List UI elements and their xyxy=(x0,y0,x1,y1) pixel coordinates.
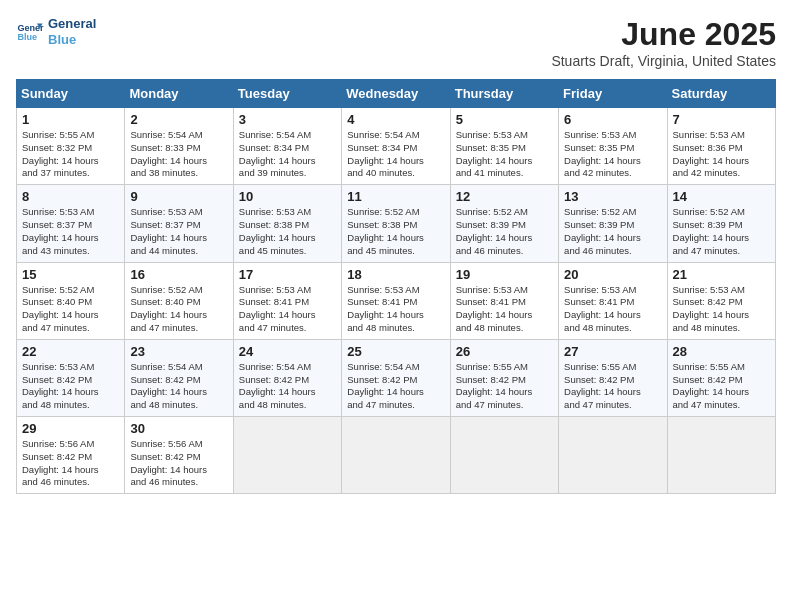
day-number: 14 xyxy=(673,189,770,204)
day-number: 20 xyxy=(564,267,661,282)
calendar-cell: 9Sunrise: 5:53 AM Sunset: 8:37 PM Daylig… xyxy=(125,185,233,262)
weekday-header-wednesday: Wednesday xyxy=(342,80,450,108)
calendar-cell: 22Sunrise: 5:53 AM Sunset: 8:42 PM Dayli… xyxy=(17,339,125,416)
calendar-cell: 29Sunrise: 5:56 AM Sunset: 8:42 PM Dayli… xyxy=(17,417,125,494)
day-number: 13 xyxy=(564,189,661,204)
day-number: 15 xyxy=(22,267,119,282)
day-number: 2 xyxy=(130,112,227,127)
day-number: 26 xyxy=(456,344,553,359)
logo-icon: General Blue xyxy=(16,18,44,46)
day-number: 10 xyxy=(239,189,336,204)
day-number: 6 xyxy=(564,112,661,127)
day-number: 12 xyxy=(456,189,553,204)
svg-text:Blue: Blue xyxy=(17,32,37,42)
day-number: 18 xyxy=(347,267,444,282)
calendar-cell xyxy=(559,417,667,494)
weekday-header-row: SundayMondayTuesdayWednesdayThursdayFrid… xyxy=(17,80,776,108)
cell-info: Sunrise: 5:53 AM Sunset: 8:35 PM Dayligh… xyxy=(456,129,553,180)
day-number: 22 xyxy=(22,344,119,359)
day-number: 23 xyxy=(130,344,227,359)
calendar-cell: 8Sunrise: 5:53 AM Sunset: 8:37 PM Daylig… xyxy=(17,185,125,262)
cell-info: Sunrise: 5:53 AM Sunset: 8:41 PM Dayligh… xyxy=(347,284,444,335)
calendar-cell: 12Sunrise: 5:52 AM Sunset: 8:39 PM Dayli… xyxy=(450,185,558,262)
weekday-header-saturday: Saturday xyxy=(667,80,775,108)
day-number: 28 xyxy=(673,344,770,359)
cell-info: Sunrise: 5:52 AM Sunset: 8:40 PM Dayligh… xyxy=(130,284,227,335)
cell-info: Sunrise: 5:53 AM Sunset: 8:41 PM Dayligh… xyxy=(239,284,336,335)
cell-info: Sunrise: 5:54 AM Sunset: 8:34 PM Dayligh… xyxy=(347,129,444,180)
logo-text-line2: Blue xyxy=(48,32,96,48)
calendar-week-row: 15Sunrise: 5:52 AM Sunset: 8:40 PM Dayli… xyxy=(17,262,776,339)
calendar-cell xyxy=(233,417,341,494)
cell-info: Sunrise: 5:53 AM Sunset: 8:42 PM Dayligh… xyxy=(22,361,119,412)
calendar-table: SundayMondayTuesdayWednesdayThursdayFrid… xyxy=(16,79,776,494)
cell-info: Sunrise: 5:54 AM Sunset: 8:34 PM Dayligh… xyxy=(239,129,336,180)
day-number: 17 xyxy=(239,267,336,282)
cell-info: Sunrise: 5:55 AM Sunset: 8:42 PM Dayligh… xyxy=(564,361,661,412)
cell-info: Sunrise: 5:53 AM Sunset: 8:37 PM Dayligh… xyxy=(130,206,227,257)
day-number: 9 xyxy=(130,189,227,204)
cell-info: Sunrise: 5:52 AM Sunset: 8:38 PM Dayligh… xyxy=(347,206,444,257)
day-number: 4 xyxy=(347,112,444,127)
calendar-cell xyxy=(667,417,775,494)
calendar-cell: 15Sunrise: 5:52 AM Sunset: 8:40 PM Dayli… xyxy=(17,262,125,339)
calendar-cell: 11Sunrise: 5:52 AM Sunset: 8:38 PM Dayli… xyxy=(342,185,450,262)
cell-info: Sunrise: 5:52 AM Sunset: 8:39 PM Dayligh… xyxy=(564,206,661,257)
location-title: Stuarts Draft, Virginia, United States xyxy=(551,53,776,69)
calendar-cell xyxy=(342,417,450,494)
day-number: 19 xyxy=(456,267,553,282)
cell-info: Sunrise: 5:52 AM Sunset: 8:40 PM Dayligh… xyxy=(22,284,119,335)
calendar-cell: 26Sunrise: 5:55 AM Sunset: 8:42 PM Dayli… xyxy=(450,339,558,416)
calendar-cell: 27Sunrise: 5:55 AM Sunset: 8:42 PM Dayli… xyxy=(559,339,667,416)
cell-info: Sunrise: 5:53 AM Sunset: 8:42 PM Dayligh… xyxy=(673,284,770,335)
title-area: June 2025 Stuarts Draft, Virginia, Unite… xyxy=(551,16,776,69)
day-number: 25 xyxy=(347,344,444,359)
weekday-header-sunday: Sunday xyxy=(17,80,125,108)
calendar-cell: 16Sunrise: 5:52 AM Sunset: 8:40 PM Dayli… xyxy=(125,262,233,339)
cell-info: Sunrise: 5:56 AM Sunset: 8:42 PM Dayligh… xyxy=(130,438,227,489)
calendar-cell: 2Sunrise: 5:54 AM Sunset: 8:33 PM Daylig… xyxy=(125,108,233,185)
weekday-header-tuesday: Tuesday xyxy=(233,80,341,108)
calendar-cell: 23Sunrise: 5:54 AM Sunset: 8:42 PM Dayli… xyxy=(125,339,233,416)
calendar-week-row: 1Sunrise: 5:55 AM Sunset: 8:32 PM Daylig… xyxy=(17,108,776,185)
day-number: 3 xyxy=(239,112,336,127)
weekday-header-monday: Monday xyxy=(125,80,233,108)
cell-info: Sunrise: 5:53 AM Sunset: 8:37 PM Dayligh… xyxy=(22,206,119,257)
day-number: 7 xyxy=(673,112,770,127)
cell-info: Sunrise: 5:54 AM Sunset: 8:42 PM Dayligh… xyxy=(239,361,336,412)
logo: General Blue General Blue xyxy=(16,16,96,47)
day-number: 27 xyxy=(564,344,661,359)
calendar-cell xyxy=(450,417,558,494)
calendar-cell: 19Sunrise: 5:53 AM Sunset: 8:41 PM Dayli… xyxy=(450,262,558,339)
calendar-cell: 25Sunrise: 5:54 AM Sunset: 8:42 PM Dayli… xyxy=(342,339,450,416)
logo-text-line1: General xyxy=(48,16,96,32)
cell-info: Sunrise: 5:53 AM Sunset: 8:38 PM Dayligh… xyxy=(239,206,336,257)
day-number: 8 xyxy=(22,189,119,204)
day-number: 1 xyxy=(22,112,119,127)
calendar-week-row: 8Sunrise: 5:53 AM Sunset: 8:37 PM Daylig… xyxy=(17,185,776,262)
cell-info: Sunrise: 5:53 AM Sunset: 8:41 PM Dayligh… xyxy=(564,284,661,335)
calendar-cell: 17Sunrise: 5:53 AM Sunset: 8:41 PM Dayli… xyxy=(233,262,341,339)
calendar-cell: 1Sunrise: 5:55 AM Sunset: 8:32 PM Daylig… xyxy=(17,108,125,185)
day-number: 5 xyxy=(456,112,553,127)
calendar-cell: 14Sunrise: 5:52 AM Sunset: 8:39 PM Dayli… xyxy=(667,185,775,262)
day-number: 24 xyxy=(239,344,336,359)
calendar-cell: 21Sunrise: 5:53 AM Sunset: 8:42 PM Dayli… xyxy=(667,262,775,339)
cell-info: Sunrise: 5:52 AM Sunset: 8:39 PM Dayligh… xyxy=(456,206,553,257)
weekday-header-thursday: Thursday xyxy=(450,80,558,108)
calendar-cell: 28Sunrise: 5:55 AM Sunset: 8:42 PM Dayli… xyxy=(667,339,775,416)
day-number: 21 xyxy=(673,267,770,282)
cell-info: Sunrise: 5:53 AM Sunset: 8:35 PM Dayligh… xyxy=(564,129,661,180)
cell-info: Sunrise: 5:55 AM Sunset: 8:42 PM Dayligh… xyxy=(456,361,553,412)
calendar-cell: 30Sunrise: 5:56 AM Sunset: 8:42 PM Dayli… xyxy=(125,417,233,494)
cell-info: Sunrise: 5:53 AM Sunset: 8:41 PM Dayligh… xyxy=(456,284,553,335)
calendar-cell: 13Sunrise: 5:52 AM Sunset: 8:39 PM Dayli… xyxy=(559,185,667,262)
cell-info: Sunrise: 5:56 AM Sunset: 8:42 PM Dayligh… xyxy=(22,438,119,489)
day-number: 16 xyxy=(130,267,227,282)
cell-info: Sunrise: 5:55 AM Sunset: 8:42 PM Dayligh… xyxy=(673,361,770,412)
calendar-week-row: 22Sunrise: 5:53 AM Sunset: 8:42 PM Dayli… xyxy=(17,339,776,416)
calendar-cell: 5Sunrise: 5:53 AM Sunset: 8:35 PM Daylig… xyxy=(450,108,558,185)
cell-info: Sunrise: 5:52 AM Sunset: 8:39 PM Dayligh… xyxy=(673,206,770,257)
calendar-cell: 7Sunrise: 5:53 AM Sunset: 8:36 PM Daylig… xyxy=(667,108,775,185)
cell-info: Sunrise: 5:55 AM Sunset: 8:32 PM Dayligh… xyxy=(22,129,119,180)
